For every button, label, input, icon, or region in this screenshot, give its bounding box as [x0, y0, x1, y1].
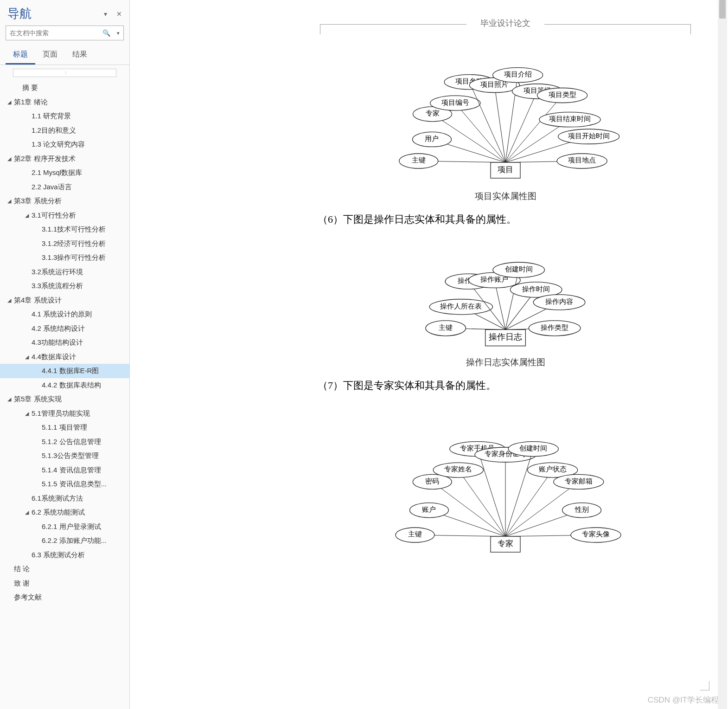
- outline-label: 5.1管理员功能实现: [32, 408, 90, 419]
- outline-twisty-icon[interactable]: ◢: [6, 155, 13, 163]
- outline-item[interactable]: ◢4.4数据库设计: [0, 350, 129, 364]
- outline-item[interactable]: ◢第3章 系统分析: [0, 194, 129, 208]
- outline-label: 3.3系统流程分析: [32, 281, 83, 291]
- outline-twisty-icon[interactable]: ◢: [23, 509, 31, 516]
- svg-text:专家姓名: 专家姓名: [444, 465, 472, 473]
- outline-item[interactable]: 4.2 系统结构设计: [0, 322, 129, 336]
- outline-item[interactable]: 3.2系统运行环境: [0, 265, 129, 279]
- outline-twisty-icon[interactable]: ◢: [6, 197, 13, 205]
- outline-item[interactable]: ◢3.1可行性分析: [0, 208, 129, 223]
- svg-text:密码: 密码: [425, 477, 439, 485]
- outline-item[interactable]: 6.2.2 添加账户功能...: [0, 534, 129, 548]
- svg-line-9: [455, 103, 505, 162]
- outline-label: 1.1 研究背景: [32, 111, 71, 122]
- svg-text:专家邮箱: 专家邮箱: [565, 477, 593, 485]
- outline-item[interactable]: 4.4.2 数据库表结构: [0, 378, 129, 393]
- outline-item[interactable]: ◢第1章 绪论: [0, 95, 129, 110]
- paragraph: （7）下图是专家实体和其具备的属性。: [318, 379, 728, 393]
- outline-label: 3.1可行性分析: [32, 210, 76, 221]
- page-header: 毕业设计论文: [274, 0, 728, 32]
- outline-label: 3.1.1技术可行性分析: [42, 224, 106, 235]
- search-icon[interactable]: 🔍: [100, 29, 113, 37]
- outline-item[interactable]: 摘 要: [0, 81, 129, 95]
- er-diagram-expert: 主键账户密码专家姓名专家手机号专家身份证号创建时间账户状态专家邮箱性别专家头像专…: [329, 402, 682, 560]
- header-title: 毕业设计论文: [466, 18, 544, 29]
- svg-text:项目: 项目: [498, 165, 513, 174]
- svg-text:操作日志: 操作日志: [489, 332, 522, 342]
- outline-item[interactable]: 5.1.4 资讯信息管理: [0, 463, 129, 477]
- svg-text:操作人所在表: 操作人所在表: [440, 302, 482, 310]
- nav-close-icon[interactable]: ✕: [116, 10, 122, 18]
- vertical-scrollbar[interactable]: [718, 0, 727, 709]
- svg-line-24: [505, 96, 562, 162]
- nav-tabs: 标题 页面 结果: [0, 45, 129, 65]
- scroll-thumb[interactable]: [719, 0, 726, 19]
- outline-item[interactable]: 1.2目的和意义: [0, 123, 129, 138]
- watermark: CSDN @IT学长编程: [648, 695, 719, 705]
- search-input[interactable]: [6, 29, 100, 37]
- outline-label: 4.2 系统结构设计: [32, 323, 85, 334]
- collapse-handle[interactable]: 〈: [13, 69, 116, 77]
- outline-twisty-icon[interactable]: ◢: [6, 296, 13, 304]
- outline-item[interactable]: 5.1.5 资讯信息类型...: [0, 477, 129, 491]
- outline-item[interactable]: 4.4.1 数据库E-R图: [0, 364, 129, 378]
- search-box[interactable]: 🔍 ▾: [6, 26, 124, 40]
- outline-item[interactable]: ◢6.2 系统功能测试: [0, 505, 129, 520]
- outline-label: 4.3功能结构设计: [32, 337, 83, 348]
- svg-text:专家: 专家: [498, 539, 513, 548]
- outline-item[interactable]: 4.3功能结构设计: [0, 335, 129, 350]
- outline-item[interactable]: ◢第2章 程序开发技术: [0, 152, 129, 166]
- outline-item[interactable]: 2.1 Mysql数据库: [0, 166, 129, 180]
- outline-label: 参考文献: [14, 592, 42, 603]
- outline-label: 2.1 Mysql数据库: [32, 168, 82, 178]
- outline-item[interactable]: 1.3 论文研究内容: [0, 137, 129, 152]
- svg-text:项目地点: 项目地点: [568, 156, 596, 164]
- outline-label: 第5章 系统实现: [14, 394, 62, 405]
- outline-twisty-icon[interactable]: ◢: [6, 395, 13, 403]
- figure-caption: 操作日志实体属性图: [274, 356, 728, 368]
- outline-label: 6.1系统测试方法: [32, 493, 83, 504]
- outline-twisty-icon[interactable]: ◢: [6, 98, 13, 106]
- svg-line-73: [458, 470, 505, 536]
- outline-item[interactable]: 3.3系统流程分析: [0, 279, 129, 293]
- outline-item[interactable]: 5.1.2 公告信息管理: [0, 435, 129, 449]
- outline-twisty-icon[interactable]: ◢: [23, 410, 31, 418]
- outline-item[interactable]: 3.1.3操作可行性分析: [0, 251, 129, 265]
- outline-item[interactable]: 2.2 Java语言: [0, 180, 129, 194]
- figure-caption: 项目实体属性图: [274, 190, 728, 202]
- outline-item[interactable]: 致 谢: [0, 576, 129, 591]
- outline-item[interactable]: 3.1.2经济可行性分析: [0, 237, 129, 251]
- outline-item[interactable]: 6.3 系统测试分析: [0, 548, 129, 562]
- outline-item[interactable]: ◢5.1管理员功能实现: [0, 406, 129, 421]
- outline-label: 5.1.1 项目管理: [42, 422, 87, 433]
- tab-headings[interactable]: 标题: [6, 45, 35, 64]
- svg-text:账户: 账户: [422, 506, 436, 513]
- outline-item[interactable]: ◢第5章 系统实现: [0, 392, 129, 406]
- outline-item[interactable]: 3.1.1技术可行性分析: [0, 222, 129, 237]
- tab-results[interactable]: 结果: [65, 45, 95, 64]
- svg-text:主键: 主键: [412, 156, 426, 164]
- svg-text:操作时间: 操作时间: [522, 285, 550, 293]
- outline-item[interactable]: 4.1 系统设计的原则: [0, 307, 129, 322]
- outline-item[interactable]: 结 论: [0, 562, 129, 576]
- outline-twisty-icon[interactable]: ◢: [23, 212, 31, 219]
- outline-item[interactable]: 5.1.3公告类型管理: [0, 449, 129, 463]
- outline-item[interactable]: 6.1系统测试方法: [0, 491, 129, 506]
- outline-label: 3.1.2经济可行性分析: [42, 238, 106, 249]
- tab-pages[interactable]: 页面: [35, 45, 65, 64]
- svg-text:操作类型: 操作类型: [541, 323, 568, 331]
- outline-item[interactable]: ◢第4章 系统设计: [0, 293, 129, 308]
- page-corner-mark: [700, 681, 709, 690]
- svg-text:专家: 专家: [426, 110, 440, 117]
- outline-label: 结 论: [14, 564, 30, 574]
- svg-text:创建时间: 创建时间: [505, 265, 533, 273]
- nav-dropdown-icon[interactable]: ▾: [104, 10, 107, 18]
- svg-text:项目照片: 项目照片: [480, 81, 508, 88]
- svg-text:用户: 用户: [425, 135, 439, 142]
- search-options-icon[interactable]: ▾: [113, 30, 123, 36]
- outline-item[interactable]: 5.1.1 项目管理: [0, 420, 129, 435]
- outline-item[interactable]: 6.2.1 用户登录测试: [0, 520, 129, 534]
- outline-twisty-icon[interactable]: ◢: [23, 353, 31, 361]
- outline-item[interactable]: 参考文献: [0, 590, 129, 605]
- outline-item[interactable]: 1.1 研究背景: [0, 109, 129, 123]
